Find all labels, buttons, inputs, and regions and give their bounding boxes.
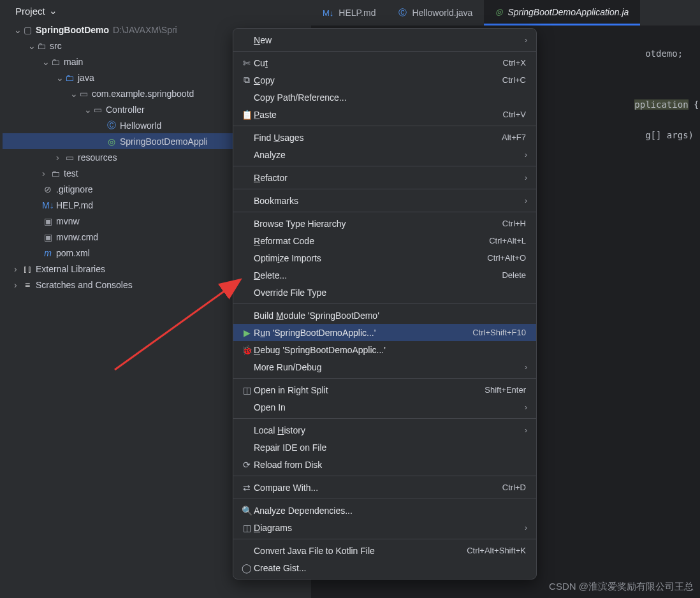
markdown-icon: M↓ bbox=[323, 8, 333, 18]
menu-compare-with[interactable]: ⇄Compare With...Ctrl+D bbox=[233, 479, 536, 496]
run-target-icon: ◎ bbox=[495, 7, 502, 17]
copy-icon: ⧉ bbox=[240, 75, 254, 85]
menu-browse-hierarchy[interactable]: Browse Type HierarchyCtrl+H bbox=[233, 215, 536, 232]
menu-open-right-split[interactable]: ◫Open in Right SplitShift+Enter bbox=[233, 381, 536, 398]
menu-optimize-imports[interactable]: Optimize ImportsCtrl+Alt+O bbox=[233, 249, 536, 266]
search-icon: 🔍 bbox=[240, 506, 254, 516]
tab-springbootdemoapp[interactable]: ◎SpringBootDemoApplication.ja bbox=[484, 0, 640, 26]
chevron-right-icon: › bbox=[525, 150, 527, 159]
menu-build-module[interactable]: Build Module 'SpringBootDemo' bbox=[233, 307, 536, 324]
diagram-icon: ◫ bbox=[240, 523, 254, 533]
menu-bookmarks[interactable]: Bookmarks› bbox=[233, 192, 536, 209]
menu-separator bbox=[233, 499, 536, 499]
menu-debug[interactable]: 🐞Debug 'SpringBootDemoApplic...' bbox=[233, 341, 536, 358]
menu-separator bbox=[233, 378, 536, 379]
chevron-right-icon: › bbox=[525, 523, 527, 532]
paste-icon: 📋 bbox=[240, 110, 254, 120]
menu-separator bbox=[233, 418, 536, 419]
chevron-right-icon: › bbox=[525, 363, 527, 372]
project-header[interactable]: Project ⌄ bbox=[0, 0, 312, 22]
chevron-down-icon[interactable]: ⌄ bbox=[49, 5, 55, 17]
class-icon: Ⓒ bbox=[398, 7, 407, 18]
menu-separator bbox=[233, 476, 536, 476]
menu-new[interactable]: New› bbox=[233, 31, 536, 48]
chevron-right-icon: › bbox=[525, 196, 527, 205]
menu-analyze[interactable]: Analyze› bbox=[233, 146, 536, 163]
chevron-right-icon: › bbox=[525, 403, 527, 412]
editor-tabs: M↓HELP.md ⒸHelloworld.java ◎SpringBootDe… bbox=[311, 0, 700, 26]
menu-delete[interactable]: Delete...Delete bbox=[233, 266, 536, 284]
menu-separator bbox=[233, 166, 536, 166]
menu-analyze-dependencies[interactable]: 🔍Analyze Dependencies... bbox=[233, 502, 536, 519]
watermark: CSDN @淮滨爱奖励有限公司王总 bbox=[549, 581, 694, 593]
menu-copy-path[interactable]: Copy Path/Reference... bbox=[233, 89, 536, 106]
tab-helloworld[interactable]: ⒸHelloworld.java bbox=[387, 0, 484, 26]
compare-icon: ⇄ bbox=[240, 483, 254, 493]
reload-icon: ⟳ bbox=[240, 460, 254, 470]
context-menu: New› ✄CutCtrl+X ⧉CopyCtrl+C Copy Path/Re… bbox=[233, 28, 537, 580]
menu-separator bbox=[233, 212, 536, 212]
menu-open-in[interactable]: Open In› bbox=[233, 398, 536, 416]
menu-override-file-type[interactable]: Override File Type bbox=[233, 284, 536, 301]
split-icon: ◫ bbox=[240, 385, 254, 395]
menu-separator bbox=[233, 189, 536, 189]
menu-convert-kotlin[interactable]: Convert Java File to Kotlin FileCtrl+Alt… bbox=[233, 542, 536, 559]
menu-refactor[interactable]: Refactor› bbox=[233, 169, 536, 186]
menu-reformat[interactable]: Reformat CodeCtrl+Alt+L bbox=[233, 232, 536, 249]
chevron-right-icon: › bbox=[525, 36, 527, 45]
tab-help[interactable]: M↓HELP.md bbox=[311, 0, 387, 26]
project-title: Project bbox=[15, 6, 45, 17]
chevron-right-icon: › bbox=[525, 426, 527, 435]
chevron-right-icon: › bbox=[525, 173, 527, 182]
menu-separator bbox=[233, 539, 536, 539]
github-icon: ◯ bbox=[240, 563, 254, 573]
menu-separator bbox=[233, 51, 536, 52]
debug-icon: 🐞 bbox=[240, 345, 254, 355]
menu-separator bbox=[233, 303, 536, 304]
menu-paste[interactable]: 📋PasteCtrl+V bbox=[233, 106, 536, 123]
menu-create-gist[interactable]: ◯Create Gist... bbox=[233, 559, 536, 576]
menu-find-usages[interactable]: Find UsagesAlt+F7 bbox=[233, 129, 536, 146]
menu-more-run-debug[interactable]: More Run/Debug› bbox=[233, 358, 536, 376]
menu-copy[interactable]: ⧉CopyCtrl+C bbox=[233, 71, 536, 89]
menu-repair-ide[interactable]: Repair IDE on File bbox=[233, 439, 536, 456]
menu-local-history[interactable]: Local History› bbox=[233, 421, 536, 439]
menu-diagrams[interactable]: ◫Diagrams› bbox=[233, 519, 536, 536]
cut-icon: ✄ bbox=[240, 58, 254, 68]
menu-separator bbox=[233, 126, 536, 126]
run-icon: ▶ bbox=[240, 328, 254, 338]
menu-cut[interactable]: ✄CutCtrl+X bbox=[233, 54, 536, 71]
menu-run[interactable]: ▶Run 'SpringBootDemoApplic...'Ctrl+Shift… bbox=[233, 324, 536, 341]
menu-reload-disk[interactable]: ⟳Reload from Disk bbox=[233, 456, 536, 473]
